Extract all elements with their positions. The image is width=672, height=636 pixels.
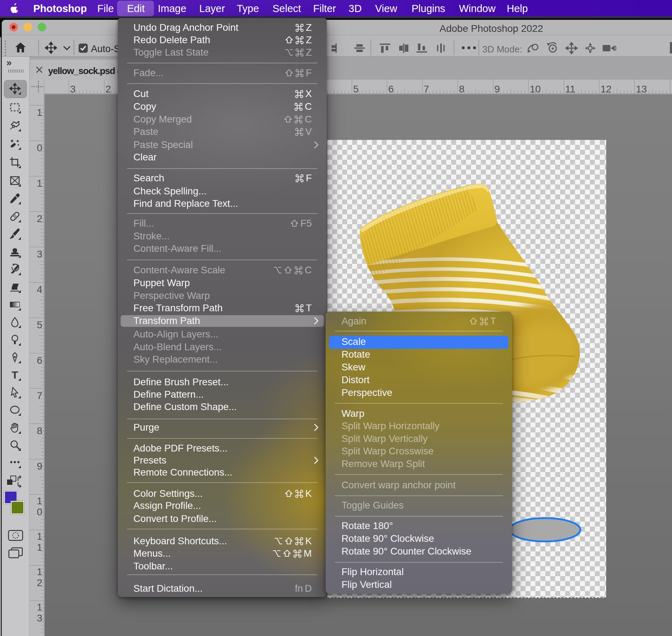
svg-text:T: T: [12, 369, 18, 381]
